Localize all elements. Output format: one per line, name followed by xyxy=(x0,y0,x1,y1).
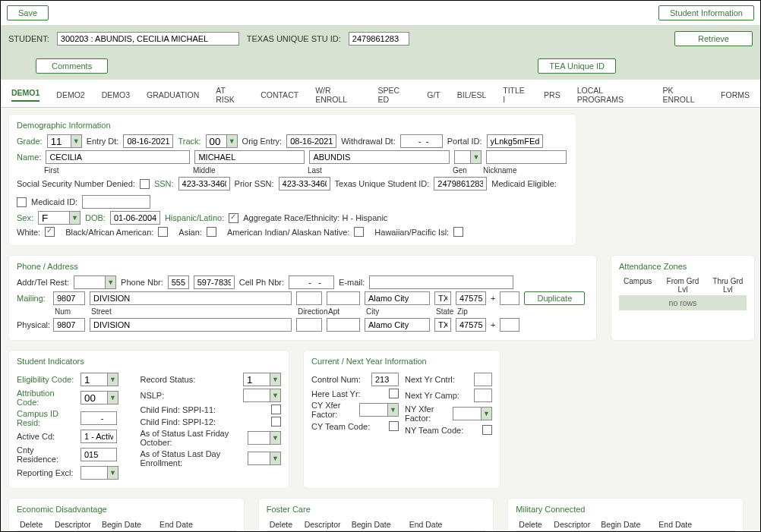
white-check[interactable] xyxy=(45,227,55,237)
cell-field[interactable] xyxy=(289,275,334,289)
as-enroll-field[interactable] xyxy=(248,452,270,464)
gen-field[interactable] xyxy=(455,151,470,163)
tab-demo1[interactable]: DEMO1 xyxy=(11,88,39,102)
p-zip4-field[interactable] xyxy=(500,318,519,332)
p-city-field[interactable] xyxy=(365,318,430,332)
hisp-check[interactable] xyxy=(229,213,238,223)
sex-field[interactable] xyxy=(39,212,69,224)
student-information-button[interactable]: Student Information xyxy=(658,5,754,20)
tab-bilesl[interactable]: BIL/ESL xyxy=(457,90,487,99)
grade-dd[interactable]: ▼ xyxy=(71,135,81,147)
cyteam-check[interactable] xyxy=(389,421,399,431)
comments-button[interactable]: Comments xyxy=(36,58,108,74)
addr-rest-field[interactable] xyxy=(74,276,105,288)
nslp-dd[interactable]: ▼ xyxy=(270,389,280,401)
tx-unique-field[interactable] xyxy=(349,32,409,46)
tab-contact[interactable]: CONTACT xyxy=(261,90,298,99)
m-apt-field[interactable] xyxy=(327,291,360,305)
m-city-field[interactable] xyxy=(365,291,430,305)
tea-unique-id-button[interactable]: TEA Unique ID xyxy=(538,58,616,74)
cyxfer-dd[interactable]: ▼ xyxy=(387,404,398,416)
retrieve-button[interactable]: Retrieve xyxy=(674,31,753,46)
cnty-field[interactable] xyxy=(81,448,117,461)
tab-prs[interactable]: PRS xyxy=(544,90,560,99)
elig-dd[interactable]: ▼ xyxy=(107,373,118,386)
tab-forms[interactable]: FORMS xyxy=(721,90,750,99)
attr-field[interactable] xyxy=(81,392,107,404)
p-apt-field[interactable] xyxy=(327,318,360,332)
m-street-field[interactable] xyxy=(90,291,292,305)
nyxfer-dd[interactable]: ▼ xyxy=(481,408,491,420)
as-oct-dd[interactable]: ▼ xyxy=(270,432,280,444)
addr-rest-dd[interactable]: ▼ xyxy=(105,276,115,288)
p-num-field[interactable] xyxy=(53,318,85,332)
phone-area-field[interactable] xyxy=(168,275,189,289)
nyteam-check[interactable] xyxy=(482,425,492,435)
cf11-check[interactable] xyxy=(271,405,281,414)
mil-h-end: End Date xyxy=(658,520,692,529)
tab-demo3[interactable]: DEMO3 xyxy=(102,90,130,99)
email-field[interactable] xyxy=(369,275,513,289)
attr-dd[interactable]: ▼ xyxy=(107,392,118,404)
tab-speced[interactable]: SPEC ED xyxy=(378,86,411,104)
tab-gt[interactable]: G/T xyxy=(427,90,440,99)
duplicate-button[interactable]: Duplicate xyxy=(524,291,585,305)
next-cntrl-field[interactable] xyxy=(474,373,492,386)
tab-pkenroll[interactable]: PK ENROLL xyxy=(663,86,705,104)
here-check[interactable] xyxy=(389,389,399,398)
ssn-denied-check[interactable] xyxy=(140,179,150,189)
nyxfer-field[interactable] xyxy=(453,408,481,420)
repexcl-dd[interactable]: ▼ xyxy=(107,467,118,479)
p-dir-field[interactable] xyxy=(296,318,322,332)
entry-dt-label: Entry Dt: xyxy=(87,137,119,146)
nslp-field[interactable] xyxy=(244,389,270,401)
middle-name-field[interactable] xyxy=(194,150,305,164)
tab-wrenroll[interactable]: W/R ENROLL xyxy=(315,86,361,104)
p-zip-field[interactable] xyxy=(456,318,486,332)
m-num-field[interactable] xyxy=(53,291,85,305)
track-dd[interactable]: ▼ xyxy=(226,135,237,147)
rec-status-field[interactable] xyxy=(244,373,270,386)
campus-resid-field[interactable] xyxy=(81,411,117,425)
pacific-check[interactable] xyxy=(453,227,463,237)
medicaid-elig-check[interactable] xyxy=(17,197,27,207)
sex-dd[interactable]: ▼ xyxy=(69,212,80,224)
tab-localprograms[interactable]: LOCAL PROGRAMS xyxy=(577,86,646,104)
track-field[interactable] xyxy=(207,135,226,147)
m-zip-field[interactable] xyxy=(456,291,486,305)
ssn-field[interactable] xyxy=(178,177,230,190)
black-check[interactable] xyxy=(158,227,168,237)
asian-check[interactable] xyxy=(207,227,216,237)
hisp-label: Hispanic/Latino: xyxy=(165,213,224,222)
student-field[interactable] xyxy=(57,32,239,46)
phone-title: Phone / Address xyxy=(17,262,589,271)
nickname-field[interactable] xyxy=(486,150,567,164)
as-oct-field[interactable] xyxy=(248,432,270,444)
medicaid-id-field[interactable] xyxy=(82,195,150,209)
cnty-label: Cnty Residence: xyxy=(17,445,76,464)
last-name-field[interactable] xyxy=(309,150,450,164)
m-state-field[interactable] xyxy=(434,291,451,305)
rec-status-dd[interactable]: ▼ xyxy=(270,373,280,386)
tab-graduation[interactable]: GRADUATION xyxy=(147,90,199,99)
gen-dd[interactable]: ▼ xyxy=(470,151,481,163)
as-enroll-dd[interactable]: ▼ xyxy=(270,452,280,464)
dob-field[interactable] xyxy=(110,211,160,225)
phone-num-field[interactable] xyxy=(194,275,235,289)
first-name-field[interactable] xyxy=(46,150,190,164)
grade-field[interactable] xyxy=(48,135,71,147)
save-button[interactable]: Save xyxy=(7,5,49,20)
cyxfer-field[interactable] xyxy=(360,404,387,416)
m-dir-field[interactable] xyxy=(296,291,322,305)
m-zip4-field[interactable] xyxy=(500,291,519,305)
p-street-field[interactable] xyxy=(90,318,292,332)
tab-atrisk[interactable]: AT RISK xyxy=(216,86,244,104)
repexcl-field[interactable] xyxy=(81,467,107,479)
native-check[interactable] xyxy=(354,227,364,237)
elig-field[interactable] xyxy=(81,373,107,386)
cf12-check[interactable] xyxy=(271,417,281,427)
tab-demo2[interactable]: DEMO2 xyxy=(56,90,84,99)
tab-title1[interactable]: TITLE I xyxy=(503,86,527,104)
ctrl-field[interactable] xyxy=(371,373,399,386)
p-state-field[interactable] xyxy=(434,318,451,332)
